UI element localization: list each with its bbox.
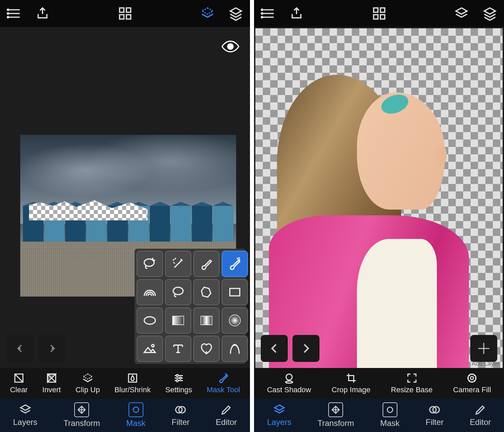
nav-editor[interactable]: Editor xyxy=(216,403,237,427)
label: Crop Image xyxy=(332,385,370,394)
clear-button[interactable]: Clear xyxy=(10,372,28,394)
nav-layers[interactable]: Layers xyxy=(267,403,291,427)
text-icon[interactable] xyxy=(165,336,191,362)
nav-layers[interactable]: Layers xyxy=(13,403,37,427)
svg-point-17 xyxy=(173,287,183,295)
top-toolbar xyxy=(254,0,504,27)
svg-rect-21 xyxy=(201,316,212,325)
svg-point-5 xyxy=(7,17,9,18)
radial-gradient-icon[interactable] xyxy=(222,307,248,334)
svg-rect-18 xyxy=(230,288,240,296)
add-layer-label: Add Layer xyxy=(472,360,499,367)
magic-brush-icon[interactable] xyxy=(222,251,248,277)
undo-redo xyxy=(7,335,65,362)
settings-button[interactable]: Settings xyxy=(165,372,192,394)
nav-filter[interactable]: Filter xyxy=(172,403,190,427)
rectangle-icon[interactable] xyxy=(222,279,248,305)
svg-point-34 xyxy=(133,407,139,412)
polygon-icon[interactable] xyxy=(193,279,220,305)
visibility-icon[interactable] xyxy=(221,40,240,53)
svg-point-40 xyxy=(261,9,263,10)
grid-icon[interactable] xyxy=(118,6,133,21)
redo-button[interactable] xyxy=(38,335,65,362)
canvas-area[interactable] xyxy=(0,27,250,368)
add-layer-group xyxy=(470,335,497,362)
add-layer-button[interactable] xyxy=(470,335,497,362)
share-icon[interactable] xyxy=(289,6,304,21)
shape-icon[interactable] xyxy=(193,336,220,362)
label: Invert xyxy=(42,385,61,394)
nav-filter[interactable]: Filter xyxy=(426,403,444,427)
label: Filter xyxy=(426,418,444,427)
svg-point-52 xyxy=(471,377,474,380)
undo-redo xyxy=(261,335,319,362)
grid-icon[interactable] xyxy=(372,6,387,21)
svg-rect-8 xyxy=(119,15,124,19)
svg-point-41 xyxy=(261,13,263,14)
svg-rect-43 xyxy=(373,8,378,12)
layers-context-bar: Cast Shadow Crop Image Resize Base Camer… xyxy=(254,368,504,398)
svg-point-33 xyxy=(176,380,178,382)
gradient-arc-icon[interactable] xyxy=(137,279,163,305)
label: Camera Fill xyxy=(453,385,491,394)
layers-stack-icon[interactable] xyxy=(228,6,243,21)
label: Mask Tool xyxy=(207,385,240,394)
invert-button[interactable]: Invert xyxy=(42,372,61,394)
label: Mask xyxy=(380,419,399,428)
label: Layers xyxy=(267,418,291,427)
label: Clear xyxy=(10,385,28,394)
mirror-gradient-icon[interactable] xyxy=(193,307,220,334)
label: Transform xyxy=(317,419,354,428)
svg-point-53 xyxy=(387,407,393,412)
nav-mask[interactable]: Mask xyxy=(380,402,399,428)
blurshrink-button[interactable]: Blur/Shrink xyxy=(114,372,151,394)
undo-button[interactable] xyxy=(7,335,34,362)
svg-point-51 xyxy=(468,374,476,382)
label: Mask xyxy=(126,419,145,428)
list-icon[interactable] xyxy=(7,6,22,21)
castshadow-button[interactable]: Cast Shadow xyxy=(267,372,311,394)
svg-point-14 xyxy=(18,348,20,349)
list-icon[interactable] xyxy=(261,6,276,21)
nav-transform[interactable]: Transform xyxy=(317,402,354,428)
canvas-area[interactable]: Add Layer xyxy=(254,27,504,368)
label: Blur/Shrink xyxy=(114,385,151,394)
image-icon[interactable] xyxy=(137,336,163,362)
layers-stack-icon[interactable] xyxy=(482,6,497,21)
lasso-icon[interactable] xyxy=(165,279,191,305)
linear-gradient-icon[interactable] xyxy=(165,307,191,334)
ellipse-icon[interactable] xyxy=(137,307,163,334)
svg-point-11 xyxy=(228,44,233,49)
svg-rect-45 xyxy=(373,15,378,19)
cropimage-button[interactable]: Crop Image xyxy=(332,372,370,394)
nav-editor[interactable]: Editor xyxy=(470,403,491,427)
layer-outline-icon[interactable] xyxy=(454,6,469,21)
share-icon[interactable] xyxy=(35,6,50,21)
hair-icon[interactable] xyxy=(222,336,248,362)
camerafill-button[interactable]: Camera Fill xyxy=(453,372,491,394)
top-toolbar xyxy=(0,0,250,27)
lasso-magic-icon[interactable] xyxy=(137,251,163,277)
svg-point-49 xyxy=(286,374,292,380)
left-screen: Clear Invert Clip Up Blur/Shrink Setting… xyxy=(0,0,250,432)
nav-transform[interactable]: Transform xyxy=(63,402,100,428)
right-screen: Add Layer Cast Shadow Crop Image Resize … xyxy=(254,0,504,432)
mask-context-bar: Clear Invert Clip Up Blur/Shrink Setting… xyxy=(0,368,250,398)
mask-tool-palette xyxy=(135,249,246,364)
next-button[interactable] xyxy=(292,335,319,362)
prev-button[interactable] xyxy=(261,335,288,362)
bottom-nav: Layers Transform Mask Filter Editor xyxy=(254,398,504,432)
svg-rect-7 xyxy=(126,8,131,12)
magic-wand-icon[interactable] xyxy=(165,251,191,277)
label: Editor xyxy=(216,418,237,427)
layer-select-icon[interactable] xyxy=(200,6,215,21)
nav-mask[interactable]: Mask xyxy=(126,402,145,428)
label: Layers xyxy=(13,418,37,427)
brush-icon[interactable] xyxy=(193,251,220,277)
resizebase-button[interactable]: Resize Base xyxy=(391,372,433,394)
svg-point-31 xyxy=(176,375,178,377)
clipup-button[interactable]: Clip Up xyxy=(76,372,100,394)
svg-point-22 xyxy=(229,315,241,326)
masktool-button[interactable]: Mask Tool xyxy=(207,372,240,394)
canvas-subject[interactable] xyxy=(269,75,469,368)
